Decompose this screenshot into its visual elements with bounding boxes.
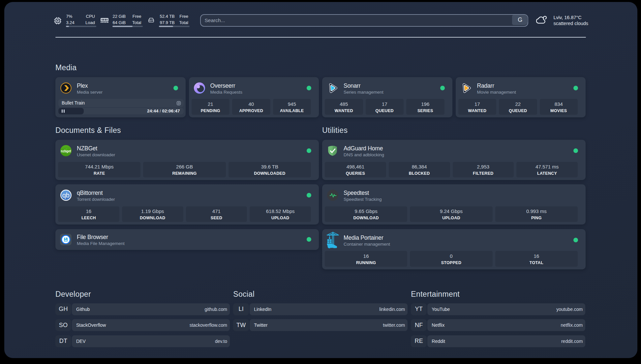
svg-text:nzbget: nzbget: [61, 149, 71, 153]
svg-text:qb: qb: [62, 192, 70, 199]
